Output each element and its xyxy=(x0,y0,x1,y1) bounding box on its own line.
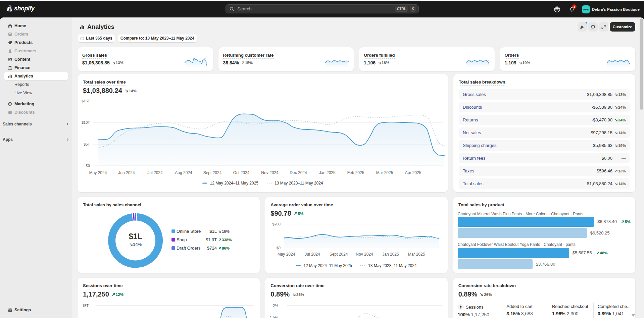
svg-text:Jun 2024: Jun 2024 xyxy=(118,170,135,175)
svg-text:Sept 2024: Sept 2024 xyxy=(203,170,222,175)
svg-text:$0: $0 xyxy=(277,246,281,250)
svg-text:Apr 2025: Apr 2025 xyxy=(405,170,422,175)
svg-text:2%: 2% xyxy=(273,304,278,308)
svg-text:$10T: $10T xyxy=(82,120,90,124)
svg-text:Dec 2024: Dec 2024 xyxy=(290,170,307,175)
svg-text:Jul 2024: Jul 2024 xyxy=(147,170,163,175)
svg-text:$15T: $15T xyxy=(82,99,90,103)
svg-text:Jan 2025: Jan 2025 xyxy=(319,170,336,175)
svg-text:Oct 2024: Oct 2024 xyxy=(233,170,250,175)
svg-text:Jul 2024: Jul 2024 xyxy=(305,252,320,257)
svg-text:$1L: $1L xyxy=(129,232,142,241)
svg-text:$200: $200 xyxy=(273,222,281,226)
svg-text:Nov 2024: Nov 2024 xyxy=(261,170,279,175)
svg-text:May 2024: May 2024 xyxy=(89,170,107,175)
svg-text:May 2024: May 2024 xyxy=(278,252,295,257)
svg-text:$0: $0 xyxy=(86,164,90,168)
svg-text:Mar 2025: Mar 2025 xyxy=(408,252,425,257)
svg-text:Aug 2024: Aug 2024 xyxy=(175,170,192,175)
svg-text:Feb 2025: Feb 2025 xyxy=(347,170,364,175)
svg-text:Mar 2025: Mar 2025 xyxy=(376,170,393,175)
svg-text:15T: 15T xyxy=(82,304,89,308)
svg-text:Nov 2024: Nov 2024 xyxy=(356,252,374,257)
svg-text:↘14%: ↘14% xyxy=(129,242,142,247)
svg-text:1.5%: 1.5% xyxy=(270,315,278,318)
svg-text:Jan 2025: Jan 2025 xyxy=(383,252,399,257)
svg-text:$5T: $5T xyxy=(84,142,90,146)
svg-text:Sept 2024: Sept 2024 xyxy=(330,252,348,257)
